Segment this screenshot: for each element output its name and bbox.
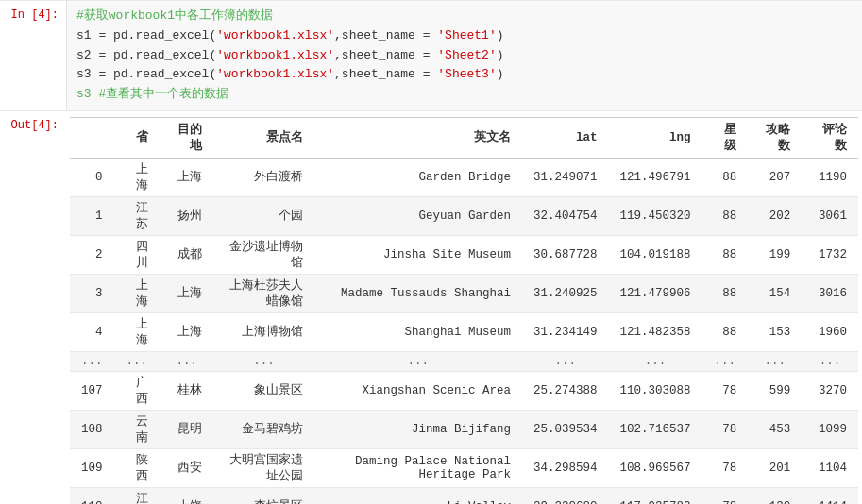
cell-out-label: Out[4]: [0,111,66,140]
table-cell: 102.716537 [609,410,702,448]
table-cell: 3061 [802,196,858,235]
table-row: 3上海上海上海杜莎夫人蜡像馆Madame Tussauds Shanghai31… [70,274,858,312]
code-comment1: #获取workbook1中各工作簿的数据 [76,7,853,26]
table-cell: 象山景区 [213,371,314,410]
table-cell: 130 [748,487,802,504]
table-cell: 金沙遗址博物馆 [213,235,314,274]
table-row: .............................. [70,351,858,371]
table-cell: 大明宫国家遗址公园 [213,448,314,487]
table-cell: Geyuan Garden [314,196,522,235]
table-row: 107广西桂林象山景区Xiangshan Scenic Area25.27438… [70,371,858,410]
table-cell: 上海杜莎夫人蜡像馆 [213,274,314,312]
table-cell: 31.249071 [522,158,609,196]
col-header-guides: 攻略数 [748,117,802,158]
table-cell: 88 [702,235,749,274]
table-row: 0上海上海外白渡桥Garden Bridge31.249071121.49679… [70,158,858,196]
table-cell: 个园 [213,196,314,235]
cell-in-label: In [4]: [0,1,66,29]
col-header-english: 英文名 [314,117,522,158]
table-cell: ... [702,351,749,371]
table-cell: Daming Palace National Heritage Park [314,448,522,487]
table-cell: 32.404754 [522,196,609,235]
table-cell: 1099 [802,410,858,448]
table-cell: Garden Bridge [314,158,522,196]
table-cell: 202 [748,196,802,235]
code-line1: s1 = pd.read_excel('workbook1.xlsx',shee… [76,26,853,46]
table-cell: 桂林 [160,371,213,410]
var-s2: s2 = pd.read_excel('workbook1.xlsx',shee… [76,48,504,62]
table-cell: ... [748,351,802,371]
dataframe-table: 省 目的地 景点名 英文名 lat lng 星级 攻略数 评论数 0上海上海外白… [70,117,858,504]
table-cell: ... [522,351,609,371]
table-cell: 江苏 [114,196,161,235]
table-cell: 1190 [802,158,858,196]
table-cell: 121.479906 [609,274,702,312]
table-cell: 153 [748,312,802,351]
table-cell: 3270 [802,371,858,410]
code-content: #获取workbook1中各工作簿的数据 s1 = pd.read_excel(… [66,1,862,110]
col-header-stars: 星级 [702,117,749,158]
var-s3: s3 = pd.read_excel('workbook1.xlsx',shee… [76,67,504,81]
table-row: 109陕西西安大明宫国家遗址公园Daming Palace National H… [70,448,858,487]
table-cell: 78 [702,410,749,448]
table-cell: 108.969567 [609,448,702,487]
table-cell: 云南 [114,410,161,448]
table-cell: 110.303088 [609,371,702,410]
col-header-reviews: 评论数 [802,117,858,158]
table-cell: 88 [702,312,749,351]
table-cell: 34.298594 [522,448,609,487]
table-cell: 201 [748,448,802,487]
table-cell: Madame Tussauds Shanghai [314,274,522,312]
table-cell: ... [802,351,858,371]
table-cell: 广西 [114,371,161,410]
table-cell: 0 [70,158,114,196]
table-cell: ... [609,351,702,371]
table-cell: 1960 [802,312,858,351]
table-cell: ... [114,351,161,371]
table-cell: 78 [702,448,749,487]
code-comment2: s3 #查看其中一个表的数据 [76,85,853,105]
table-cell: 31.240925 [522,274,609,312]
notebook: In [4]: #获取workbook1中各工作簿的数据 s1 = pd.rea… [0,0,862,504]
col-header-province: 省 [114,117,161,158]
col-header-spot: 景点名 [213,117,314,158]
code-line3: s3 = pd.read_excel('workbook1.xlsx',shee… [76,65,853,85]
table-cell: 88 [702,274,749,312]
table-cell: 453 [748,410,802,448]
table-cell: 上饶 [160,487,213,504]
col-header-index [70,117,114,158]
col-header-lat: lat [522,117,609,158]
table-cell: 199 [748,235,802,274]
table-cell: 30.687728 [522,235,609,274]
table-cell: Li Valley [314,487,522,504]
table-cell: 上海博物馆 [213,312,314,351]
table-cell: 104.019188 [609,235,702,274]
table-cell: 1 [70,196,114,235]
var-s1: s1 = pd.read_excel('workbook1.xlsx',shee… [76,28,504,42]
table-cell: ... [213,351,314,371]
table-cell: 1104 [802,448,858,487]
table-cell: 31.234149 [522,312,609,351]
table-cell: Jinsha Site Museum [314,235,522,274]
output-cell: Out[4]: 省 目的地 景点名 英文名 lat lng 星级 攻略数 评论数 [0,110,862,504]
table-cell: 陕西 [114,448,161,487]
table-cell: 金马碧鸡坊 [213,410,314,448]
table-cell: 107 [70,371,114,410]
table-cell: 李坑景区 [213,487,314,504]
table-cell: Shanghai Museum [314,312,522,351]
table-cell: 154 [748,274,802,312]
table-cell: 上海 [114,158,161,196]
output-content: 省 目的地 景点名 英文名 lat lng 星级 攻略数 评论数 0上海上海外白… [66,111,862,504]
code-cell: In [4]: #获取workbook1中各工作簿的数据 s1 = pd.rea… [0,0,862,110]
table-cell: ... [314,351,522,371]
table-cell: 上海 [114,312,161,351]
table-cell: 109 [70,448,114,487]
table-cell: 昆明 [160,410,213,448]
table-cell: 207 [748,158,802,196]
table-cell: ... [160,351,213,371]
table-cell: 上海 [160,274,213,312]
code-line2: s2 = pd.read_excel('workbook1.xlsx',shee… [76,46,853,66]
table-cell: 88 [702,196,749,235]
table-cell: 扬州 [160,196,213,235]
table-cell: 1732 [802,235,858,274]
